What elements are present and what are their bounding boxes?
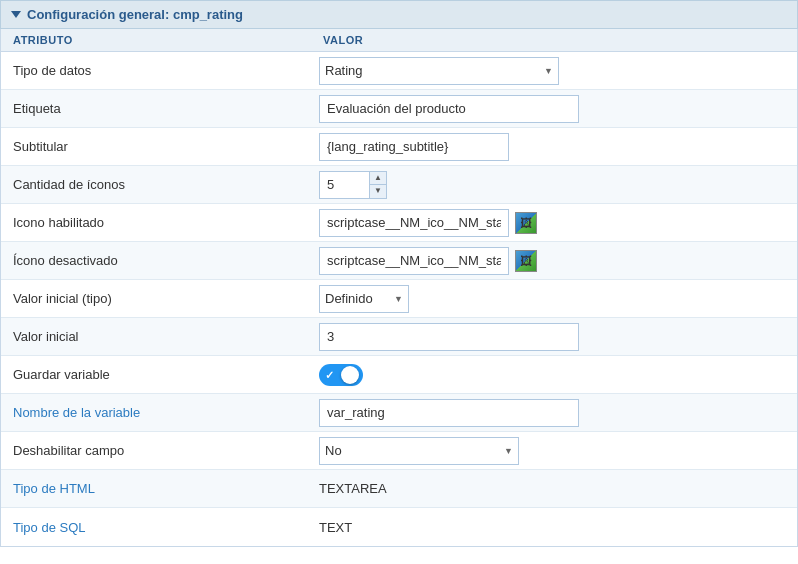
row-icono-habilitado: Icono habilitado bbox=[1, 204, 797, 242]
config-table: ATRIBUTO VALOR Tipo de datos Rating Etiq… bbox=[0, 29, 798, 547]
spinner-up[interactable]: ▲ bbox=[370, 172, 386, 186]
input-subtitular[interactable] bbox=[319, 133, 509, 161]
label-icono-habilitado: Icono habilitado bbox=[1, 209, 311, 236]
value-tipo-html: TEXTAREA bbox=[311, 473, 797, 504]
row-valor-inicial: Valor inicial bbox=[1, 318, 797, 356]
static-tipo-html: TEXTAREA bbox=[319, 477, 387, 500]
toggle-guardar-variable[interactable]: ✓ bbox=[319, 364, 363, 386]
spinner-wrapper: ▲ ▼ bbox=[319, 171, 387, 199]
label-valor-inicial: Valor inicial bbox=[1, 323, 311, 350]
input-etiqueta[interactable] bbox=[319, 95, 579, 123]
value-valor-inicial bbox=[311, 319, 797, 355]
input-nombre-variable[interactable] bbox=[319, 399, 579, 427]
row-tipo-datos: Tipo de datos Rating bbox=[1, 52, 797, 90]
row-deshabilitar-campo: Deshabilitar campo No bbox=[1, 432, 797, 470]
row-icono-desactivado: Ícono desactivado bbox=[1, 242, 797, 280]
static-tipo-sql: TEXT bbox=[319, 516, 352, 539]
value-valor-inicial-tipo: Definido bbox=[311, 281, 797, 317]
label-deshabilitar-campo: Deshabilitar campo bbox=[1, 437, 311, 464]
select-valor-tipo[interactable]: Definido bbox=[319, 285, 409, 313]
value-cantidad-iconos: ▲ ▼ bbox=[311, 167, 797, 203]
select-wrapper-deshabilitar: No bbox=[319, 437, 519, 465]
spinner-down[interactable]: ▼ bbox=[370, 185, 386, 198]
value-nombre-variable bbox=[311, 395, 797, 431]
select-tipo-datos[interactable]: Rating bbox=[319, 57, 559, 85]
label-tipo-datos: Tipo de datos bbox=[1, 57, 311, 84]
row-guardar-variable: Guardar variable ✓ bbox=[1, 356, 797, 394]
label-guardar-variable: Guardar variable bbox=[1, 361, 311, 388]
input-icono-desactivado[interactable] bbox=[319, 247, 509, 275]
row-subtitular: Subtitular bbox=[1, 128, 797, 166]
value-etiqueta bbox=[311, 91, 797, 127]
col-header-atributo: ATRIBUTO bbox=[1, 29, 311, 51]
row-tipo-sql: Tipo de SQL TEXT bbox=[1, 508, 797, 546]
input-valor-inicial[interactable] bbox=[319, 323, 579, 351]
value-icono-habilitado bbox=[311, 205, 797, 241]
value-subtitular bbox=[311, 129, 797, 165]
panel-title: Configuración general: cmp_rating bbox=[27, 7, 243, 22]
value-deshabilitar-campo: No bbox=[311, 433, 797, 469]
column-headers: ATRIBUTO VALOR bbox=[1, 29, 797, 52]
label-etiqueta: Etiqueta bbox=[1, 95, 311, 122]
collapse-icon[interactable] bbox=[11, 11, 21, 18]
select-wrapper-valor-tipo: Definido bbox=[319, 285, 409, 313]
row-valor-inicial-tipo: Valor inicial (tipo) Definido bbox=[1, 280, 797, 318]
select-deshabilitar[interactable]: No bbox=[319, 437, 519, 465]
label-cantidad-iconos: Cantidad de íconos bbox=[1, 171, 311, 198]
row-etiqueta: Etiqueta bbox=[1, 90, 797, 128]
label-subtitular: Subtitular bbox=[1, 133, 311, 160]
value-tipo-sql: TEXT bbox=[311, 512, 797, 543]
spinner-input-cantidad[interactable] bbox=[319, 171, 369, 199]
input-icono-habilitado[interactable] bbox=[319, 209, 509, 237]
value-icono-desactivado bbox=[311, 243, 797, 279]
label-tipo-html: Tipo de HTML bbox=[1, 475, 311, 502]
panel: Configuración general: cmp_rating ATRIBU… bbox=[0, 0, 798, 547]
label-icono-desactivado: Ícono desactivado bbox=[1, 247, 311, 274]
row-nombre-variable: Nombre de la variable bbox=[1, 394, 797, 432]
value-guardar-variable: ✓ bbox=[311, 360, 797, 390]
icon-picker-desactivado[interactable] bbox=[515, 250, 537, 272]
row-tipo-html: Tipo de HTML TEXTAREA bbox=[1, 470, 797, 508]
icon-picker-habilitado[interactable] bbox=[515, 212, 537, 234]
spinner-buttons: ▲ ▼ bbox=[369, 171, 387, 199]
value-tipo-datos: Rating bbox=[311, 53, 797, 89]
col-header-valor: VALOR bbox=[311, 29, 797, 51]
label-nombre-variable: Nombre de la variable bbox=[1, 399, 311, 426]
select-wrapper-tipo-datos: Rating bbox=[319, 57, 559, 85]
panel-header: Configuración general: cmp_rating bbox=[0, 0, 798, 29]
toggle-track: ✓ bbox=[319, 364, 363, 386]
row-cantidad-iconos: Cantidad de íconos ▲ ▼ bbox=[1, 166, 797, 204]
label-tipo-sql: Tipo de SQL bbox=[1, 514, 311, 541]
toggle-thumb bbox=[341, 366, 359, 384]
toggle-check-icon: ✓ bbox=[325, 368, 334, 381]
label-valor-inicial-tipo: Valor inicial (tipo) bbox=[1, 285, 311, 312]
